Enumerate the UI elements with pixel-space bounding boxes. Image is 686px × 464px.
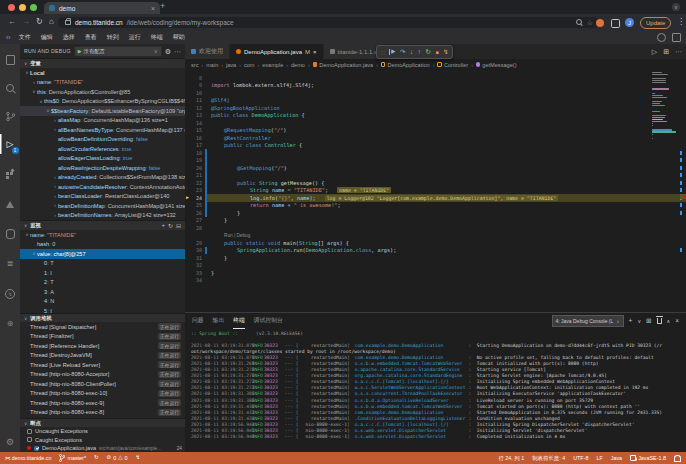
forward-icon[interactable]: → [22,18,30,26]
thread-row[interactable]: Thread [Reference Handler]正在运行 [20,341,185,351]
continue-icon[interactable]: ▶ [389,49,395,55]
variable-row[interactable]: ∨this$0:DemoApplication$$EnhancerBySprin… [20,97,185,107]
gutter[interactable]: 17 [185,142,205,148]
variable-row[interactable]: ›allBeanNamesByType:ConcurrentHashMap@13… [20,125,185,135]
explorer-icon[interactable] [0,50,20,70]
variable-row[interactable]: 5:I [20,306,185,313]
window-maximize-button[interactable] [30,4,37,11]
extension-avatar-icon[interactable] [596,19,604,27]
gutter[interactable]: 9 [185,82,205,88]
browser-menu-icon[interactable]: ⋮ [677,18,685,26]
gutter[interactable]: ▶24 [185,195,205,201]
thread-row[interactable]: Thread [http-nio-8080-ClientPoller]正在运行 [20,379,185,389]
variables-section-header[interactable]: ∨ 变量 [20,58,185,68]
gutter[interactable]: 21 [185,172,205,178]
callstack-list[interactable]: Thread [Signal Dispatcher]正在运行Thread [Fi… [20,322,185,418]
variable-row[interactable]: ∨name:"TITANIDE" [20,230,185,240]
notifications-bell-icon[interactable] [674,455,681,461]
tab-welcome[interactable]: 欢迎使用 [185,44,230,59]
zoom-icon[interactable] [576,19,582,25]
watch-section-header[interactable]: ∨ 监视 + ↻ ⊟ [20,220,185,230]
thread-row[interactable]: Thread [http-nio-8080-exec-10]正在运行 [20,389,185,399]
split-terminal-icon[interactable]: ⊞ [646,318,651,325]
collapse-watch-icon[interactable]: ⊟ [176,222,181,229]
bookmark-star-icon[interactable]: ☆ [587,19,593,26]
gutter[interactable]: 28 [185,225,205,231]
terminal-dropdown-icon[interactable]: ∨ [637,319,641,324]
editor-more-icon[interactable]: ⋯ [675,48,682,56]
source-control-icon[interactable] [0,106,20,126]
test-beaker-icon[interactable] [0,194,20,214]
breadcrumb-item[interactable]: com [244,62,255,68]
java-runtime[interactable]: JavaSE-1.8 [630,455,666,461]
spring-boot-icon[interactable]: ↯ [0,284,20,304]
breakpoints-section-header[interactable]: ∨ 断点 [20,418,185,427]
menu-item[interactable]: 编辑 [36,33,58,42]
variable-row[interactable]: allowCircularReferences:true [20,144,185,154]
variable-row[interactable]: ›aliasMap:ConcurrentHashMap@136 size=1 [20,116,185,126]
variable-row[interactable]: ›autowireCandidateResolver:ContextAnnota… [20,182,185,192]
gutter[interactable]: 29 [185,240,205,246]
sync-icon[interactable]: ↻ [94,455,99,461]
add-watch-icon[interactable]: + [161,222,165,229]
gutter[interactable]: 30 [185,247,205,253]
variable-row[interactable]: ∨value:char[8]@257 [20,249,185,259]
restart-icon[interactable]: ↻ [426,49,431,56]
gutter[interactable]: 27 [185,217,205,223]
database-icon[interactable] [0,224,20,244]
step-over-icon[interactable]: ↷ [400,49,405,56]
debug-settings-gear-icon[interactable]: ⚙ [165,48,171,55]
cursor-position[interactable]: 行 24, 列 1 [498,455,524,462]
menu-item[interactable]: 查看 [80,33,102,42]
extensions-puzzle-icon[interactable] [611,19,620,28]
code-editor[interactable]: 89import lombok.extern.slf4j.Slf4j;1011@… [185,70,686,312]
hot-code-replace-icon[interactable]: ↯ [443,49,448,56]
menu-item[interactable]: 运行 [124,33,146,42]
gutter[interactable]: 16 [185,135,205,141]
thread-row[interactable]: Thread [Signal Dispatcher]正在运行 [20,322,185,332]
remote-indicator[interactable]: >< demo.titanide.cn [5,455,51,461]
variable-row[interactable]: ∨this:DemoApplication$Controller@85 [20,87,185,97]
breakpoint-checkbox[interactable] [27,429,32,434]
variable-row[interactable]: ›alreadyCreated:Collections$SetFromMap@1… [20,173,185,183]
tab-demoapplication[interactable]: DemoApplication.java M × [230,44,324,59]
drag-handle-icon[interactable]: ∷ [381,49,385,56]
debug-config-dropdown[interactable]: ▶ 没有配置 ∨ [74,46,162,57]
new-terminal-icon[interactable]: + [629,318,633,325]
layers-icon[interactable]: ≣ [0,254,20,274]
new-tab-button[interactable]: + [160,1,165,11]
tab-close-icon[interactable]: × [313,49,317,55]
gutter[interactable]: 15 [185,127,205,133]
step-into-icon[interactable]: ↓ [410,49,413,56]
info-icon[interactable] [657,33,666,42]
thread-row[interactable]: Thread [DestroyJavaVM]正在运行 [20,351,185,361]
start-debug-icon[interactable]: ▶ [78,49,82,54]
refresh-watch-icon[interactable]: ↻ [168,222,173,229]
language-mode[interactable]: Java [611,455,622,461]
watch-tree[interactable]: ∨name:"TITANIDE"hash:0∨value:char[8]@257… [20,230,185,313]
tab-search-icon[interactable]: ∨ [672,3,680,11]
gutter[interactable]: 31 [185,255,205,261]
variable-row[interactable]: allowRawInjectionDespiteWrapping:false [20,163,185,173]
breadcrumb-item[interactable]: main [206,62,218,68]
variable-row[interactable]: hash:0 [20,240,185,250]
breakpoints-list[interactable]: Uncaught ExceptionsCaught ExceptionsDemo… [20,427,185,452]
extensions-icon[interactable] [0,164,20,184]
thread-row[interactable]: Thread [http-nio-8080-exec-8]正在运行 [20,408,185,418]
step-out-icon[interactable]: ↑ [418,49,421,56]
layout-icon[interactable] [672,33,681,42]
eol[interactable]: LF [596,455,602,461]
problems-summary[interactable]: ⊘ 0 △ 0 [107,455,128,461]
codelens-run-debug[interactable]: Run | Debug [224,233,250,238]
menu-item[interactable]: 终端 [146,33,168,42]
window-close-button[interactable] [8,4,15,11]
indentation[interactable]: 制表符长度: 4 [532,455,565,462]
menu-item[interactable]: 文件 [14,33,36,42]
gutter[interactable]: 10 [185,90,205,96]
close-panel-icon[interactable]: × [675,318,679,325]
split-editor-icon[interactable]: ⊞ [663,48,669,56]
git-branch[interactable]: master* [59,454,86,462]
breakpoint-row[interactable]: Uncaught Exceptions [20,427,185,436]
gutter[interactable]: 25 [185,202,205,208]
home-icon[interactable]: ⌂ [49,18,54,26]
